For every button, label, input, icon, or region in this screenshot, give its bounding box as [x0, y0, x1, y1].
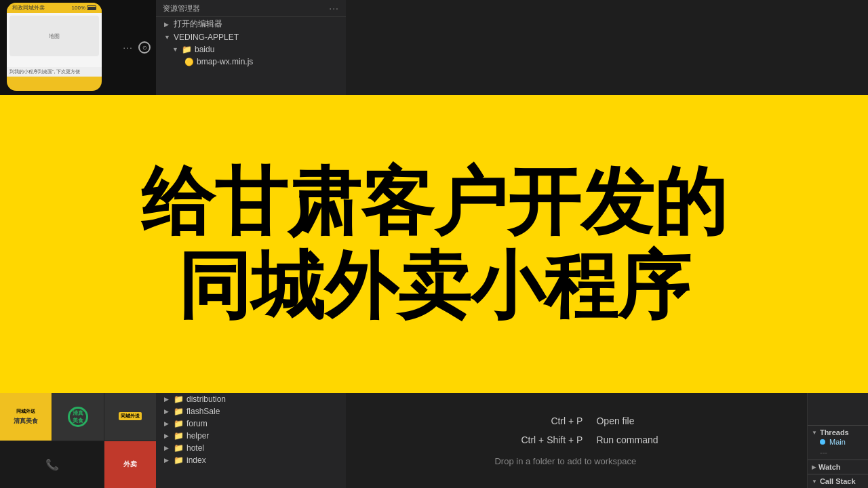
forum-arrow: ▶: [164, 420, 171, 427]
forum-icon: 📁: [174, 419, 184, 428]
explorer-panel-bottom: ▶ 📁 distribution ▶ 📁 flashSale ▶ 📁 forum…: [156, 393, 346, 488]
main-dots: ---: [812, 447, 864, 457]
blue-dot-icon: [820, 439, 825, 445]
folder-baidu[interactable]: ▼ 📁 baidu: [156, 43, 346, 56]
watch-header[interactable]: ▶ Watch: [812, 463, 864, 471]
phone-title: 和政同城外卖: [12, 4, 45, 12]
helper-arrow: ▶: [164, 432, 171, 439]
explorer-open-editors[interactable]: ▶ 打开的编辑器: [156, 17, 346, 31]
phone-controls: ··· ⊙: [123, 41, 151, 54]
drop-text: Drop in a folder to add to workspace: [494, 456, 636, 466]
record-icon[interactable]: ⊙: [138, 41, 151, 54]
folder-index[interactable]: ▶ 📁 index: [156, 454, 346, 466]
threads-header[interactable]: ▼ Threads: [812, 428, 864, 436]
bp-cell-bottom-left: 📞: [0, 441, 104, 489]
shortcut-open-file: Ctrl + P Open file: [494, 415, 634, 426]
explorer-panel-top: 资源管理器 ··· ▶ 打开的编辑器 ▼ VEDING-APPLET ▼ 📁 b…: [156, 0, 346, 95]
threads-section: ▼ Threads Main ---: [808, 425, 868, 460]
explorer-title: 资源管理器: [163, 3, 200, 14]
callstack-arrow: ▼: [812, 479, 817, 485]
open-editors-arrow: ▶: [164, 21, 171, 28]
explorer-header: 资源管理器 ···: [156, 0, 346, 17]
shortcuts-grid: Ctrl + P Open file Ctrl + Shift + P Run …: [494, 415, 658, 466]
project-label: VEDING-APPLET: [174, 33, 239, 42]
callstack-label: Call Stack: [820, 477, 856, 485]
battery-pct: 100%: [72, 5, 85, 11]
shortcut-run-command-desc: Run command: [596, 434, 658, 445]
green-circle: 清真美食: [68, 407, 88, 427]
dist-icon: 📁: [174, 394, 184, 404]
shortcut-ctrl-shift-p: Ctrl + Shift + P: [494, 434, 583, 445]
bp-cell-bottom-right: 外卖: [104, 441, 156, 489]
threads-arrow: ▼: [812, 430, 817, 436]
watch-arrow: ▶: [812, 464, 816, 470]
shortcut-ctrl-p: Ctrl + P: [494, 415, 583, 426]
hotel-label: hotel: [186, 443, 204, 453]
folder-hotel[interactable]: ▶ 📁 hotel: [156, 442, 346, 454]
phone-bottom-text: 到我的小程序到桌面", 下次更方便: [7, 67, 102, 77]
index-arrow: ▶: [164, 457, 171, 464]
phone-status-bar: 和政同城外卖 100%: [7, 3, 102, 13]
phone-frame: 和政同城外卖 100% 地图 到我的小程序到桌面", 下次更方便: [7, 3, 102, 91]
hotel-arrow: ▶: [164, 445, 171, 451]
callstack-section: ▼ Call Stack: [808, 474, 868, 488]
bp-food-label: 清真美食: [14, 417, 38, 426]
shortcut-open-file-desc: Open file: [596, 415, 634, 426]
phone-content: 地图: [7, 13, 102, 67]
main-thread[interactable]: Main: [812, 436, 864, 447]
shortcut-drop-row: Drop in a folder to add to workspace: [494, 453, 636, 466]
right-debug-panel: ▼ Threads Main --- ▶ Watch ▼ Call Stack: [807, 393, 868, 488]
dist-label: distribution: [186, 394, 226, 404]
bp-cell-3: 同城外送: [104, 393, 156, 441]
dot-menu-icon[interactable]: ···: [123, 42, 133, 53]
project-arrow: ▼: [164, 34, 171, 41]
top-section: 和政同城外卖 100% 地图 到我的小程序到桌面", 下次更方便 ··· ⊙ 资…: [0, 0, 868, 95]
phone-map-preview: 地图: [9, 16, 99, 56]
file-bmap-icon: 🟡: [184, 58, 194, 66]
bottom-section: 同城外送 清真美食 清真美食 同城外送 📞 外卖 ▶ 📁 distributio…: [0, 393, 868, 488]
baidu-arrow: ▼: [172, 46, 179, 53]
hotel-icon: 📁: [174, 443, 184, 453]
watch-label: Watch: [818, 463, 841, 471]
folder-flashsale[interactable]: ▶ 📁 flashSale: [156, 405, 346, 418]
phone-grid: 同城外送 清真美食 清真美食 同城外送 📞 外卖: [0, 393, 156, 488]
folder-baidu-label: baidu: [195, 45, 214, 54]
explorer-project-root[interactable]: ▼ VEDING-APPLET: [156, 31, 346, 43]
tag-tongcheng: 同城外送: [14, 407, 37, 415]
folder-baidu-icon: 📁: [182, 45, 192, 54]
explorer-more-icon[interactable]: ···: [329, 3, 339, 14]
index-icon: 📁: [174, 455, 184, 465]
threads-label: Threads: [820, 428, 849, 436]
file-bmap-label: bmap-wx.min.js: [197, 57, 253, 66]
bp-cell-1: 同城外送 清真美食: [0, 393, 52, 441]
battery-icon: [87, 5, 96, 10]
callstack-header[interactable]: ▼ Call Stack: [812, 477, 864, 485]
flash-label: flashSale: [186, 407, 220, 416]
folder-distribution[interactable]: ▶ 📁 distribution: [156, 393, 346, 405]
watch-section: ▶ Watch: [808, 460, 868, 474]
dist-arrow: ▶: [164, 396, 171, 403]
flash-icon: 📁: [174, 407, 184, 416]
folder-forum[interactable]: ▶ 📁 forum: [156, 418, 346, 430]
banner-line2: 同城外卖小程序: [141, 244, 727, 328]
phone-preview-top: 和政同城外卖 100% 地图 到我的小程序到桌面", 下次更方便 ··· ⊙: [0, 0, 156, 95]
bp-red-text: 外卖: [123, 460, 137, 469]
main-label: Main: [829, 438, 846, 446]
shortcut-run-command: Ctrl + Shift + P Run command: [494, 434, 658, 445]
yellow-banner: 给甘肃客户开发的 同城外卖小程序: [0, 95, 868, 393]
flash-arrow: ▶: [164, 408, 171, 415]
main-editor-bottom: Ctrl + P Open file Ctrl + Shift + P Run …: [346, 393, 807, 488]
call-icon: 📞: [45, 458, 59, 471]
helper-label: helper: [186, 431, 209, 441]
forum-label: forum: [186, 419, 208, 428]
phone-status-right: 100%: [72, 5, 96, 11]
file-bmap[interactable]: 🟡 bmap-wx.min.js: [156, 56, 346, 68]
banner-content: 给甘肃客户开发的 同城外卖小程序: [141, 160, 727, 328]
helper-icon: 📁: [174, 431, 184, 441]
folder-helper[interactable]: ▶ 📁 helper: [156, 430, 346, 442]
tag-tongcheng2: 同城外送: [119, 412, 142, 420]
phone-preview-bottom: 同城外送 清真美食 清真美食 同城外送 📞 外卖: [0, 393, 156, 488]
banner-line1: 给甘肃客户开发的: [141, 160, 727, 244]
bp-cell-2: 清真美食: [52, 393, 104, 441]
index-label: index: [186, 455, 206, 465]
